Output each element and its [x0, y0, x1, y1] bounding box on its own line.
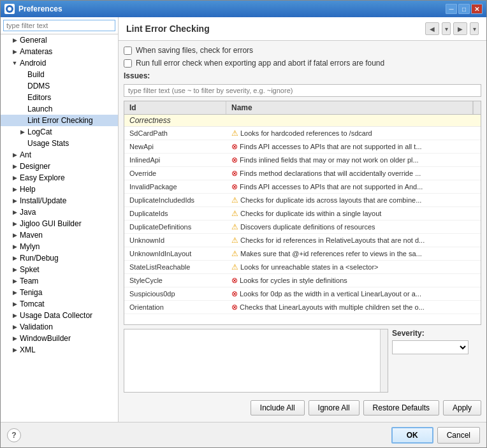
- sidebar-item-team[interactable]: ▶ Team: [1, 275, 118, 287]
- sidebar-item-run-debug[interactable]: ▶ Run/Debug: [1, 252, 118, 264]
- description-scrollbar[interactable]: [380, 329, 388, 392]
- issues-table: Id Name Correctness SdCardPath ⚠Looks fo…: [124, 101, 481, 325]
- sidebar-item-java[interactable]: ▶ Java: [1, 206, 118, 218]
- table-row[interactable]: InvalidPackage ⊗Finds API accesses to AP…: [124, 180, 481, 194]
- sidebar-item-maven[interactable]: ▶ Maven: [1, 229, 118, 241]
- back-dropdown-button[interactable]: ▾: [442, 22, 451, 35]
- sidebar-item-amateras[interactable]: ▶ Amateras: [1, 46, 118, 57]
- table-row[interactable]: UnknownId ⚠Checks for id references in R…: [124, 234, 481, 247]
- sidebar-item-general[interactable]: ▶ General: [1, 34, 118, 46]
- row-name: ⚠Checks for duplicate ids within a singl…: [226, 208, 481, 219]
- sidebar-item-validation[interactable]: ▶ Validation: [1, 321, 118, 333]
- main-body: When saving files, check for errors Run …: [119, 41, 486, 422]
- sidebar-label: Ant: [20, 150, 31, 159]
- sidebar-label: Spket: [20, 265, 40, 274]
- ok-button[interactable]: OK: [391, 427, 433, 444]
- sidebar-item-usage-data[interactable]: ▶ Usage Data Collector: [1, 310, 118, 321]
- sidebar-label: Android: [20, 59, 46, 68]
- apply-button[interactable]: Apply: [443, 400, 481, 415]
- expand-arrow: ▶: [11, 335, 18, 342]
- table-row[interactable]: SdCardPath ⚠Looks for hardcoded referenc…: [124, 127, 481, 140]
- table-row[interactable]: DuplicateIncludedIds ⚠Checks for duplica…: [124, 194, 481, 207]
- warn-icon: ⚠: [231, 263, 238, 271]
- sidebar-item-easy-explore[interactable]: ▶ Easy Explore: [1, 172, 118, 184]
- sidebar-item-teniga[interactable]: ▶ Teniga: [1, 287, 118, 298]
- row-name: ⚠Checks for id references in RelativeLay…: [226, 235, 481, 246]
- issues-filter-input[interactable]: [124, 84, 481, 97]
- row-id: DuplicateIncludedIds: [124, 195, 226, 205]
- table-row[interactable]: StyleCycle ⊗Looks for cycles in style de…: [124, 274, 481, 287]
- table-row[interactable]: InlinedApi ⊗Finds inlined fields that ma…: [124, 154, 481, 167]
- maximize-button[interactable]: □: [458, 4, 470, 14]
- sidebar-filter-input[interactable]: [3, 20, 115, 31]
- sidebar-item-ddms[interactable]: DDMS: [1, 80, 118, 92]
- row-name: ⚠Discovers duplicate definitions of reso…: [226, 221, 481, 233]
- sidebar-item-tomcat[interactable]: ▶ Tomcat: [1, 298, 118, 310]
- sidebar-item-android[interactable]: ▼ Android: [1, 57, 118, 69]
- preferences-window: Preferences ─ □ ✕ ▶ General ▶ Amateras: [0, 0, 487, 448]
- sidebar-item-launch[interactable]: Launch: [1, 103, 118, 115]
- table-row[interactable]: StateListReachable ⚠Looks for unreachabl…: [124, 261, 481, 274]
- close-button[interactable]: ✕: [471, 4, 483, 14]
- nav-buttons: ◀ ▾ ▶ ▾: [425, 22, 479, 35]
- footer-right: OK Cancel: [391, 427, 480, 444]
- sidebar-item-ant[interactable]: ▶ Ant: [1, 149, 118, 161]
- forward-dropdown-button[interactable]: ▾: [470, 22, 479, 35]
- include-all-button[interactable]: Include All: [251, 400, 305, 415]
- sidebar-item-xml[interactable]: ▶ XML: [1, 344, 118, 356]
- sidebar-item-designer[interactable]: ▶ Designer: [1, 161, 118, 172]
- expand-arrow: ▶: [11, 289, 18, 296]
- sidebar-item-editors[interactable]: Editors: [1, 92, 118, 103]
- table-row[interactable]: Suspicious0dp ⊗Looks for 0dp as the widt…: [124, 287, 481, 301]
- warn-icon: ⚠: [231, 129, 238, 138]
- sidebar-label: Usage Data Collector: [20, 311, 92, 320]
- row-id: StateListReachable: [124, 262, 226, 272]
- sidebar-item-lint[interactable]: Lint Error Checking: [1, 115, 118, 126]
- panel-title: Lint Error Checking: [126, 24, 210, 34]
- sidebar-item-build[interactable]: Build: [1, 69, 118, 80]
- row-name: ⊗Looks for 0dp as the width in a vertica…: [226, 288, 481, 300]
- issues-label: Issues:: [124, 71, 481, 80]
- main-header: Lint Error Checking ◀ ▾ ▶ ▾: [119, 17, 486, 41]
- expand-arrow: ▶: [11, 163, 18, 170]
- row-name: ⊗Finds inlined fields that may or may no…: [226, 154, 481, 166]
- sidebar-item-install-update[interactable]: ▶ Install/Update: [1, 195, 118, 206]
- sidebar-item-usage-stats[interactable]: Usage Stats: [1, 138, 118, 149]
- sidebar-item-windowbuilder[interactable]: ▶ WindowBuilder: [1, 333, 118, 344]
- forward-button[interactable]: ▶: [453, 22, 467, 35]
- sidebar-item-logcat[interactable]: ▶ LogCat: [1, 126, 118, 138]
- ignore-all-button[interactable]: Ignore All: [309, 400, 360, 415]
- table-row[interactable]: Override ⊗Finds method declarations that…: [124, 167, 481, 180]
- sidebar-tree: ▶ General ▶ Amateras ▼ Android Build: [1, 34, 118, 422]
- table-header: Id Name: [124, 101, 481, 115]
- severity-select[interactable]: Fatal Error Warning Info Ignore: [392, 340, 469, 354]
- help-button[interactable]: ?: [7, 428, 21, 442]
- expand-arrow: ▶: [11, 324, 18, 330]
- expand-arrow: ▶: [11, 255, 18, 261]
- title-bar: Preferences ─ □ ✕: [1, 1, 486, 17]
- table-row[interactable]: NewApi ⊗Finds API accesses to APIs that …: [124, 140, 481, 154]
- cancel-button[interactable]: Cancel: [437, 427, 480, 444]
- row-id: UnknownIdInLayout: [124, 249, 226, 259]
- warn-icon: ⚠: [231, 222, 238, 231]
- table-row[interactable]: UnknownIdInLayout ⚠Makes sure that @+id …: [124, 247, 481, 261]
- row-id: DuplicateDefinitions: [124, 222, 226, 232]
- back-button[interactable]: ◀: [425, 22, 439, 35]
- sidebar-item-spket[interactable]: ▶ Spket: [1, 264, 118, 275]
- restore-defaults-button[interactable]: Restore Defaults: [363, 400, 439, 415]
- save-check-label: When saving files, check for errors: [136, 46, 253, 55]
- export-check-input[interactable]: [124, 59, 132, 68]
- save-check-input[interactable]: [124, 47, 132, 55]
- table-row[interactable]: Orientation ⊗Checks that LinearLayouts w…: [124, 301, 481, 314]
- sidebar-item-jigloo[interactable]: ▶ Jigloo GUI Builder: [1, 218, 118, 229]
- sidebar-item-mylyn[interactable]: ▶ Mylyn: [1, 241, 118, 252]
- table-row[interactable]: DuplicateIds ⚠Checks for duplicate ids w…: [124, 207, 481, 220]
- expand-arrow: ▶: [11, 186, 18, 192]
- row-id: Orientation: [124, 302, 226, 312]
- window-controls: ─ □ ✕: [446, 4, 483, 14]
- table-scroll-area[interactable]: Correctness SdCardPath ⚠Looks for hardco…: [124, 115, 481, 324]
- minimize-button[interactable]: ─: [446, 4, 457, 14]
- table-row[interactable]: DuplicateDefinitions ⚠Discovers duplicat…: [124, 220, 481, 234]
- sidebar-item-help[interactable]: ▶ Help: [1, 184, 118, 195]
- sidebar-label: Amateras: [20, 47, 52, 56]
